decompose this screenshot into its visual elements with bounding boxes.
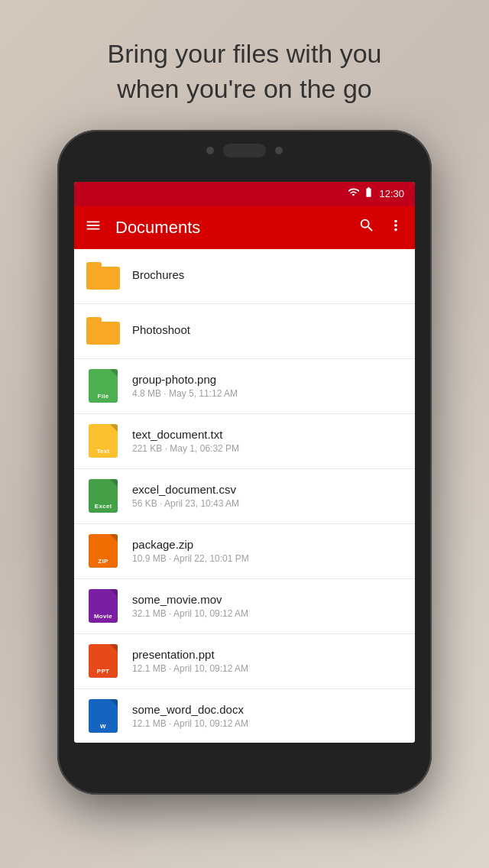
folder-icon	[86, 262, 120, 290]
file-name: excel_document.csv	[132, 483, 403, 496]
file-meta: 10.9 MB · April 22, 10:01 PM	[132, 553, 403, 564]
more-options-button[interactable]	[387, 217, 404, 238]
status-time: 12:30	[379, 188, 404, 199]
list-item[interactable]: Movie some_movie.mov 32.1 MB · April 10,…	[74, 579, 415, 634]
file-icon-wrap	[86, 259, 120, 293]
file-name: Photoshoot	[132, 323, 403, 336]
toolbar: Documents	[74, 206, 415, 249]
hero-title: Bring your files with you when you're on…	[107, 37, 381, 107]
file-name: group-photo.png	[132, 373, 403, 386]
file-info: text_document.txt 221 KB · May 1, 06:32 …	[132, 428, 403, 454]
list-item[interactable]: Brochures	[74, 249, 415, 304]
file-icon: ZIP	[89, 534, 118, 568]
file-info: excel_document.csv 56 KB · April 23, 10:…	[132, 483, 403, 509]
phone-camera-area	[206, 144, 283, 157]
file-meta: 32.1 MB · April 10, 09:12 AM	[132, 608, 403, 619]
list-item[interactable]: Text text_document.txt 221 KB · May 1, 0…	[74, 414, 415, 469]
file-meta: 12.1 MB · April 10, 09:12 AM	[132, 663, 403, 674]
speaker-grill	[223, 144, 266, 157]
list-item[interactable]: ZIP package.zip 10.9 MB · April 22, 10:0…	[74, 524, 415, 579]
file-icon: Excel	[89, 479, 118, 513]
file-icon-wrap: Movie	[86, 589, 120, 623]
file-icon-wrap: PPT	[86, 644, 120, 678]
list-item[interactable]: Excel excel_document.csv 56 KB · April 2…	[74, 469, 415, 524]
file-info: Brochures	[132, 268, 403, 283]
file-name: text_document.txt	[132, 428, 403, 441]
file-name: some_movie.mov	[132, 593, 403, 606]
sensor-dot	[275, 147, 283, 154]
file-meta: 4.8 MB · May 5, 11:12 AM	[132, 388, 403, 399]
hamburger-menu-button[interactable]	[85, 217, 102, 238]
list-item[interactable]: Photoshoot	[74, 304, 415, 359]
file-info: presentation.ppt 12.1 MB · April 10, 09:…	[132, 648, 403, 674]
file-info: Photoshoot	[132, 323, 403, 338]
file-name: presentation.ppt	[132, 648, 403, 661]
file-name: package.zip	[132, 538, 403, 551]
camera-dot	[206, 147, 214, 154]
toolbar-actions	[358, 217, 404, 238]
search-button[interactable]	[358, 217, 375, 238]
folder-icon	[86, 317, 120, 345]
file-name: some_word_doc.docx	[132, 703, 403, 716]
battery-icon	[363, 186, 374, 201]
file-meta: 221 KB · May 1, 06:32 PM	[132, 443, 403, 454]
file-icon-wrap: Text	[86, 424, 120, 458]
file-icon-wrap: File	[86, 369, 120, 403]
list-item[interactable]: W some_word_doc.docx 12.1 MB · April 10,…	[74, 689, 415, 743]
file-meta: 56 KB · April 23, 10:43 AM	[132, 498, 403, 509]
list-item[interactable]: PPT presentation.ppt 12.1 MB · April 10,…	[74, 634, 415, 689]
file-icon-wrap	[86, 314, 120, 348]
file-icon: File	[89, 369, 118, 403]
file-info: some_movie.mov 32.1 MB · April 10, 09:12…	[132, 593, 403, 619]
file-name: Brochures	[132, 268, 403, 281]
file-icon: Movie	[89, 589, 118, 623]
file-info: group-photo.png 4.8 MB · May 5, 11:12 AM	[132, 373, 403, 399]
file-icon: PPT	[89, 644, 118, 678]
file-info: package.zip 10.9 MB · April 22, 10:01 PM	[132, 538, 403, 564]
toolbar-title: Documents	[115, 218, 358, 238]
file-info: some_word_doc.docx 12.1 MB · April 10, 0…	[132, 703, 403, 729]
file-icon: Text	[89, 424, 118, 458]
file-list: Brochures Photoshoot File group-photo.pn…	[74, 249, 415, 743]
file-meta: 12.1 MB · April 10, 09:12 AM	[132, 718, 403, 729]
file-icon-wrap: ZIP	[86, 534, 120, 568]
status-icons	[348, 186, 374, 201]
phone-shell: 12:30 Documents	[57, 130, 432, 795]
wifi-icon	[348, 186, 359, 201]
list-item[interactable]: File group-photo.png 4.8 MB · May 5, 11:…	[74, 359, 415, 414]
file-icon-wrap: W	[86, 699, 120, 733]
hero-section: Bring your files with you when you're on…	[61, 0, 427, 130]
file-icon: W	[89, 699, 118, 733]
phone-mockup: 12:30 Documents	[57, 130, 432, 795]
status-bar: 12:30	[74, 182, 415, 206]
file-icon-wrap: Excel	[86, 479, 120, 513]
phone-screen: 12:30 Documents	[74, 182, 415, 743]
